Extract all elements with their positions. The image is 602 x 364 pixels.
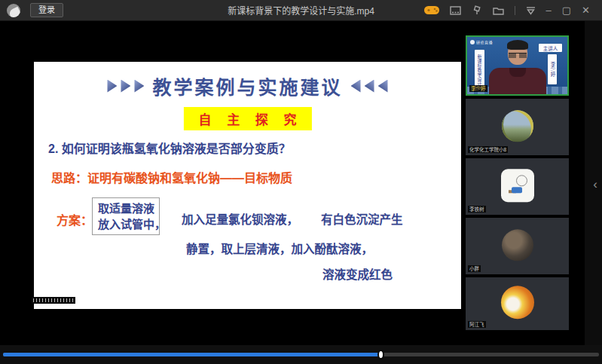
slide-plan-box: 取适量溶液 放入试管中， (92, 197, 160, 235)
maximize-button[interactable]: ▢ (562, 5, 571, 15)
gamepad-icon[interactable] (424, 5, 439, 15)
player-logo-icon (7, 4, 20, 17)
participant-tile-presenter[interactable]: 研修直播 新课标教学设计 主讲人 李少婷 李少婷 (466, 35, 569, 96)
overlay-card-role: 主讲人 (539, 44, 562, 52)
slide-result1: 有白色沉淀产生 (321, 210, 403, 227)
slide-step1: 加入足量氯化钡溶液， (182, 210, 298, 227)
slide-idea: 思路：证明有碳酸钠和氢氧化钠——目标物质 (51, 168, 292, 186)
presentation-slide: 教学案例与实施建议 自 主 探 究 2. 如何证明该瓶氢氧化钠溶液是否部分变质？… (34, 62, 461, 309)
stream-logo-icon (470, 40, 475, 44)
slide-question: 2. 如何证明该瓶氢氧化钠溶液是否部分变质？ (48, 139, 291, 157)
stream-logo: 研修直播 (470, 39, 493, 44)
slide-watermark (32, 297, 75, 304)
overlay-card-left: 新课标教学设计 (475, 50, 484, 90)
participant-name-label: 阿江飞 (468, 321, 486, 328)
slide-plan-label: 方案： (57, 210, 93, 228)
slide-result2: 溶液变成红色 (322, 265, 393, 282)
presenter-glasses (509, 53, 527, 58)
slide-title-row: 教学案例与实施建议 (34, 72, 461, 99)
participant-name-label: 李少婷 (469, 85, 487, 92)
inquiry-badge: 自 主 探 究 (183, 107, 311, 130)
participant-tile[interactable]: 小胖 (466, 218, 569, 274)
minimize-button[interactable]: – (546, 5, 552, 15)
plan-box-line2: 放入试管中， (98, 216, 159, 232)
preferences-dropdown-icon[interactable] (526, 6, 536, 15)
presenter-torso (489, 68, 546, 94)
participant-name-label: 李铁树 (468, 206, 486, 213)
player-controlbar (0, 345, 602, 364)
titlebar: 登录 新课标背景下的教学设计与实施.mp4 – ▢ ✕ (0, 0, 602, 21)
seek-bar-played (3, 353, 381, 356)
login-button[interactable]: 登录 (30, 3, 63, 17)
participant-tile[interactable]: 化学化工学院小8 (466, 99, 569, 155)
photo-avatar (502, 229, 533, 261)
playlist-toggle-chevron-icon[interactable]: ‹ (593, 177, 597, 192)
arrow-left-icon (378, 80, 388, 93)
cartoon-dog-avatar (501, 286, 534, 319)
arrow-right-icon (107, 80, 117, 93)
open-folder-icon[interactable] (493, 6, 504, 15)
stream-logo-text: 研修直播 (476, 39, 493, 44)
participant-name-label: 化学化工学院小8 (468, 146, 508, 153)
titlebar-separator (515, 6, 515, 15)
arrow-right-icon (134, 80, 144, 93)
slide-title: 教学案例与实施建议 (152, 72, 342, 99)
arrow-left-icon (365, 80, 374, 93)
overlay-card-name: 李少婷 (548, 54, 557, 84)
slide-step2: 静置，取上层清液，加入酚酞溶液， (186, 240, 373, 256)
seek-handle[interactable] (377, 350, 384, 359)
boss-screen-icon[interactable] (450, 6, 461, 15)
seek-bar[interactable] (3, 353, 599, 356)
participant-tile[interactable]: 阿江飞 (466, 277, 569, 330)
pin-icon[interactable] (472, 5, 482, 15)
arrow-right-icon (121, 80, 130, 93)
plant-avatar (502, 110, 533, 142)
participant-name-label: 小胖 (468, 265, 481, 272)
plan-box-line1: 取适量溶液 (98, 200, 159, 216)
participant-tile[interactable]: 李铁树 (466, 158, 569, 215)
close-button[interactable]: ✕ (582, 5, 590, 15)
video-canvas[interactable]: ‹ 教学案例与实施建议 自 主 探 究 2. 如何证明该瓶氢氧化钠溶液是否部分变… (0, 21, 602, 345)
arrow-left-icon (351, 80, 361, 93)
sketch-avatar (501, 169, 534, 202)
